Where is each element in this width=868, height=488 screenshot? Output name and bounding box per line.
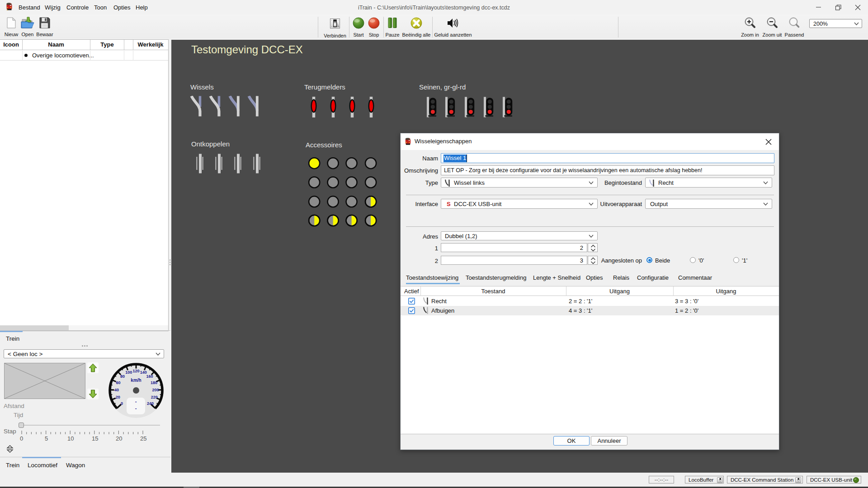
svg-text:-: - [135,405,137,411]
svg-text:40: 40 [114,388,119,392]
svg-text:0: 0 [121,401,123,406]
svg-text:200: 200 [152,388,159,392]
svg-text:-: - [135,399,137,404]
svg-text:120: 120 [132,369,139,373]
svg-text:180: 180 [151,380,157,385]
svg-text:100: 100 [125,370,132,375]
svg-text:80: 80 [120,374,125,379]
svg-text:140: 140 [140,370,147,375]
svg-text:160: 160 [146,374,153,379]
svg-text:240: 240 [147,401,154,406]
svg-text:220: 220 [151,395,158,399]
svg-text:km/h: km/h [131,378,141,383]
svg-text:20: 20 [116,395,120,399]
svg-text:60: 60 [116,380,121,385]
